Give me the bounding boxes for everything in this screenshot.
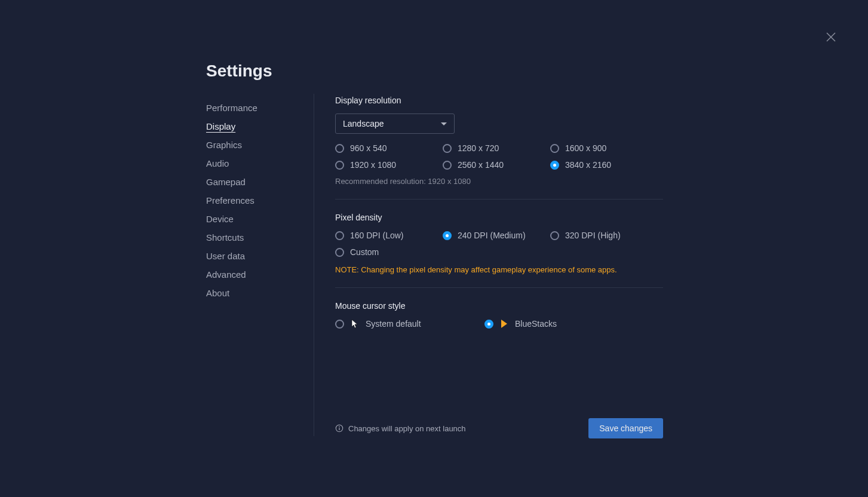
- sidebar-item-device[interactable]: Device: [206, 210, 302, 228]
- chevron-down-icon: [441, 122, 447, 125]
- radio-icon: [335, 161, 344, 170]
- radio-icon: [335, 320, 344, 329]
- pixel-density-note: NOTE: Changing the pixel density may aff…: [335, 265, 663, 274]
- svg-point-3: [339, 427, 340, 428]
- resolution-radio-group: 960 x 5401280 x 7201600 x 9001920 x 1080…: [335, 143, 663, 170]
- radio-label: 3840 x 2160: [565, 160, 611, 170]
- radio-icon: [550, 231, 559, 240]
- pixel-density-option[interactable]: 160 DPI (Low): [335, 231, 443, 240]
- radio-label: 1920 x 1080: [350, 160, 396, 170]
- sidebar-item-advanced[interactable]: Advanced: [206, 265, 302, 284]
- cursor-bluestacks-icon: [499, 319, 509, 329]
- radio-icon: [443, 231, 452, 240]
- recommended-resolution-text: Recommended resolution: 1920 x 1080: [335, 177, 663, 186]
- radio-label: 960 x 540: [350, 143, 387, 153]
- close-button[interactable]: [825, 31, 837, 43]
- pixel-density-option[interactable]: 240 DPI (Medium): [443, 231, 550, 240]
- radio-icon: [484, 320, 493, 329]
- footer: Changes will apply on next launch Save c…: [335, 418, 663, 438]
- sidebar-item-gamepad[interactable]: Gamepad: [206, 173, 302, 191]
- radio-label: 320 DPI (High): [565, 231, 621, 240]
- svg-rect-4: [339, 428, 339, 430]
- cursor-style-heading: Mouse cursor style: [335, 301, 663, 311]
- radio-label: System default: [366, 319, 421, 329]
- pixel-density-radio-group: 160 DPI (Low)240 DPI (Medium)320 DPI (Hi…: [335, 231, 663, 257]
- pixel-density-heading: Pixel density: [335, 213, 663, 222]
- sidebar-item-performance[interactable]: Performance: [206, 99, 302, 117]
- section-divider: [335, 199, 663, 200]
- radio-label: 1280 x 720: [458, 143, 499, 153]
- footer-info: Changes will apply on next launch: [335, 424, 466, 433]
- resolution-option[interactable]: 1600 x 900: [550, 143, 658, 153]
- resolution-option[interactable]: 1920 x 1080: [335, 160, 443, 170]
- radio-icon: [443, 144, 452, 153]
- radio-label: 240 DPI (Medium): [458, 231, 526, 240]
- cursor-style-option[interactable]: System default: [335, 319, 484, 329]
- sidebar-item-shortcuts[interactable]: Shortcuts: [206, 228, 302, 247]
- sidebar: PerformanceDisplayGraphicsAudioGamepadPr…: [206, 99, 302, 302]
- sidebar-item-audio[interactable]: Audio: [206, 154, 302, 173]
- cursor-style-option[interactable]: BlueStacks: [484, 319, 634, 329]
- page-title: Settings: [206, 62, 272, 81]
- sidebar-item-about[interactable]: About: [206, 284, 302, 302]
- sidebar-item-graphics[interactable]: Graphics: [206, 136, 302, 154]
- vertical-divider: [314, 94, 314, 436]
- radio-icon: [335, 248, 344, 257]
- resolution-option[interactable]: 960 x 540: [335, 143, 443, 153]
- radio-label: 1600 x 900: [565, 143, 606, 153]
- content-display: Display resolution Landscape 960 x 54012…: [335, 96, 663, 329]
- footer-note-text: Changes will apply on next launch: [348, 424, 466, 433]
- sidebar-item-display[interactable]: Display: [206, 117, 302, 136]
- radio-label: Custom: [350, 247, 379, 257]
- pixel-density-option[interactable]: 320 DPI (High): [550, 231, 658, 240]
- display-resolution-heading: Display resolution: [335, 96, 663, 105]
- radio-label: 2560 x 1440: [458, 160, 504, 170]
- radio-icon: [335, 231, 344, 240]
- sidebar-item-user-data[interactable]: User data: [206, 247, 302, 265]
- radio-icon: [335, 144, 344, 153]
- resolution-option[interactable]: 1280 x 720: [443, 143, 550, 153]
- pixel-density-option[interactable]: Custom: [335, 247, 443, 257]
- sidebar-item-preferences[interactable]: Preferences: [206, 191, 302, 210]
- resolution-option[interactable]: 3840 x 2160: [550, 160, 658, 170]
- radio-icon: [443, 161, 452, 170]
- radio-icon: [550, 144, 559, 153]
- cursor-style-radio-group: System defaultBlueStacks: [335, 319, 663, 329]
- orientation-selected-value: Landscape: [343, 119, 384, 128]
- orientation-select[interactable]: Landscape: [335, 113, 455, 134]
- save-changes-button[interactable]: Save changes: [588, 418, 663, 438]
- resolution-option[interactable]: 2560 x 1440: [443, 160, 550, 170]
- cursor-system-icon: [350, 319, 360, 329]
- radio-label: BlueStacks: [515, 319, 557, 329]
- section-divider: [335, 287, 663, 288]
- radio-label: 160 DPI (Low): [350, 231, 403, 240]
- info-icon: [335, 424, 343, 432]
- close-icon: [825, 31, 837, 43]
- radio-icon: [550, 161, 559, 170]
